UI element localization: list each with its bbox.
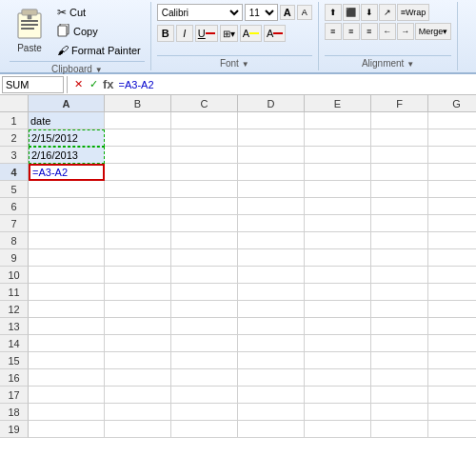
align-top-button[interactable]: ⬆ (325, 4, 342, 21)
cell-a6[interactable] (29, 198, 105, 215)
merge-cells-button[interactable]: Merge▾ (415, 23, 452, 40)
cell-d7[interactable] (238, 215, 305, 232)
row-header-6[interactable]: 6 (0, 198, 29, 215)
cell-d19[interactable] (238, 421, 305, 438)
cell-f1[interactable] (371, 112, 428, 129)
row-header-14[interactable]: 14 (0, 335, 29, 352)
cell-f6[interactable] (371, 198, 428, 215)
cell-c4[interactable] (171, 164, 238, 181)
cell-c1[interactable] (171, 112, 238, 129)
cell-a15[interactable] (29, 352, 105, 369)
cell-c15[interactable] (171, 352, 238, 369)
cell-e18[interactable] (305, 404, 371, 421)
cell-c11[interactable] (171, 284, 238, 301)
font-size-decrease[interactable]: A (297, 5, 312, 20)
row-header-10[interactable]: 10 (0, 267, 29, 284)
cell-g1[interactable] (428, 112, 476, 129)
fill-color-button[interactable]: A (240, 25, 262, 42)
cell-g6[interactable] (428, 198, 476, 215)
cell-f16[interactable] (371, 369, 428, 387)
cell-a5[interactable] (29, 181, 105, 198)
cell-e7[interactable] (305, 215, 371, 232)
decrease-indent-button[interactable]: ← (379, 23, 396, 40)
cell-c8[interactable] (171, 232, 238, 249)
cell-f7[interactable] (371, 215, 428, 232)
increase-indent-button[interactable]: → (397, 23, 414, 40)
border-button[interactable]: ⊞▾ (220, 25, 238, 42)
cell-g9[interactable] (428, 249, 476, 267)
cell-g2[interactable] (428, 129, 476, 147)
cell-e6[interactable] (305, 198, 371, 215)
cell-c9[interactable] (171, 249, 238, 267)
formula-input[interactable] (116, 76, 474, 93)
row-header-7[interactable]: 7 (0, 215, 29, 232)
underline-button[interactable]: U (195, 25, 218, 42)
wrap-text-button[interactable]: ≡Wrap (397, 4, 430, 21)
cell-a8[interactable] (29, 232, 105, 249)
cell-e4[interactable] (305, 164, 371, 181)
cell-e5[interactable] (305, 181, 371, 198)
cell-e3[interactable] (305, 147, 371, 164)
clipboard-group-label[interactable]: Clipboard ▼ (10, 61, 145, 74)
cell-f19[interactable] (371, 421, 428, 438)
cell-a11[interactable] (29, 284, 105, 301)
cell-b17[interactable] (105, 387, 171, 404)
cell-b12[interactable] (105, 301, 171, 318)
align-middle-button[interactable]: ⬛ (343, 4, 360, 21)
cell-d14[interactable] (238, 335, 305, 352)
cell-g13[interactable] (428, 318, 476, 335)
clipboard-dialog-arrow[interactable]: ▼ (95, 66, 103, 74)
orientation-button[interactable]: ↗ (379, 4, 396, 21)
cell-g18[interactable] (428, 404, 476, 421)
align-center-button[interactable]: ≡ (343, 23, 360, 40)
cell-f9[interactable] (371, 249, 428, 267)
cell-c17[interactable] (171, 387, 238, 404)
cell-d5[interactable] (238, 181, 305, 198)
italic-button[interactable]: I (176, 25, 193, 42)
cell-d17[interactable] (238, 387, 305, 404)
cell-b11[interactable] (105, 284, 171, 301)
cell-a3[interactable]: 2/16/2013 (29, 147, 105, 164)
cell-d10[interactable] (238, 267, 305, 284)
cell-b1[interactable] (105, 112, 171, 129)
align-left-button[interactable]: ≡ (325, 23, 342, 40)
cell-b19[interactable] (105, 421, 171, 438)
cell-d2[interactable] (238, 129, 305, 147)
align-dialog-arrow[interactable]: ▼ (407, 60, 414, 69)
cell-a1[interactable]: date (29, 112, 105, 129)
row-header-15[interactable]: 15 (0, 352, 29, 369)
cell-e17[interactable] (305, 387, 371, 404)
paste-button[interactable]: Paste (10, 4, 50, 56)
cell-a19[interactable] (29, 421, 105, 438)
cell-g4[interactable] (428, 164, 476, 181)
cell-d13[interactable] (238, 318, 305, 335)
cell-b7[interactable] (105, 215, 171, 232)
cell-e12[interactable] (305, 301, 371, 318)
cell-f18[interactable] (371, 404, 428, 421)
cell-a12[interactable] (29, 301, 105, 318)
cell-a9[interactable] (29, 249, 105, 267)
cell-a10[interactable] (29, 267, 105, 284)
cell-f12[interactable] (371, 301, 428, 318)
name-box[interactable] (2, 76, 64, 93)
cell-d16[interactable] (238, 369, 305, 387)
cell-a16[interactable] (29, 369, 105, 387)
cell-c13[interactable] (171, 318, 238, 335)
cell-c12[interactable] (171, 301, 238, 318)
cell-e14[interactable] (305, 335, 371, 352)
cell-g7[interactable] (428, 215, 476, 232)
cell-e16[interactable] (305, 369, 371, 387)
cell-f4[interactable] (371, 164, 428, 181)
alignment-group-label[interactable]: Alignment ▼ (325, 55, 452, 69)
cell-g16[interactable] (428, 369, 476, 387)
cell-e10[interactable] (305, 267, 371, 284)
row-header-4[interactable]: 4 (0, 164, 29, 181)
cell-f8[interactable] (371, 232, 428, 249)
cell-b6[interactable] (105, 198, 171, 215)
confirm-formula-button[interactable]: ✓ (86, 77, 101, 92)
row-header-18[interactable]: 18 (0, 404, 29, 421)
row-header-16[interactable]: 16 (0, 369, 29, 387)
cell-e8[interactable] (305, 232, 371, 249)
cell-e19[interactable] (305, 421, 371, 438)
row-header-9[interactable]: 9 (0, 249, 29, 267)
